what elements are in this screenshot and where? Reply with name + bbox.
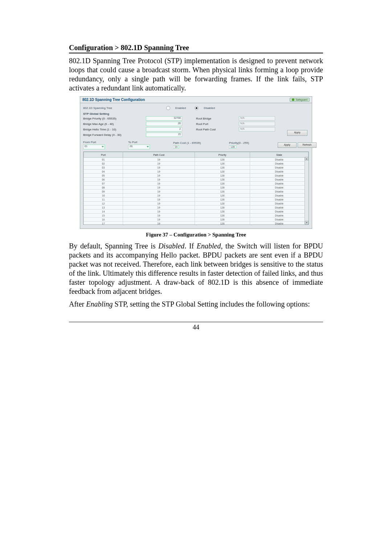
apply-port-button[interactable]: Apply <box>278 142 297 148</box>
stp-global-block: STP Global Setting Bridge Priority (0 - … <box>83 112 309 137</box>
table-cell: Disable <box>250 190 309 194</box>
table-cell: 02 <box>84 162 123 166</box>
table-cell: 17 <box>84 222 123 225</box>
text-fragment: After <box>69 300 86 308</box>
table-cell: 128 <box>195 162 250 166</box>
table-row: 1319128Disable <box>84 206 309 210</box>
table-cell: 08 <box>84 186 123 190</box>
port-table-container: PortPath CostPriorityState 0119128Disabl… <box>83 151 309 225</box>
table-row: 0919128Disable <box>84 190 309 194</box>
bridge-priority-label: Bridge Priority (0 - 65535) <box>83 117 136 120</box>
root-bridge-label: Root Bridge <box>196 117 229 120</box>
table-cell: 128 <box>195 194 250 198</box>
table-cell: Disable <box>250 170 309 174</box>
bridge-maxage-input[interactable]: 20 <box>146 122 182 126</box>
stp-toggle-row: 802.1D Spanning Tree Enabled Disabled <box>83 106 309 110</box>
table-cell: Disable <box>250 174 309 178</box>
table-cell: 04 <box>84 170 123 174</box>
table-cell: Disable <box>250 202 309 206</box>
table-cell: 19 <box>123 174 195 178</box>
stp-global-grid: Bridge Priority (0 - 65535) 32768 Root B… <box>83 116 309 137</box>
table-cell: 19 <box>123 186 195 190</box>
table-cell: Disable <box>250 206 309 210</box>
table-cell: 19 <box>123 222 195 225</box>
table-row: 0219128Disable <box>84 162 309 166</box>
to-port-select[interactable]: 28 <box>128 145 150 149</box>
table-cell: 19 <box>123 170 195 174</box>
table-cell: 128 <box>195 214 250 218</box>
table-cell: 19 <box>123 162 195 166</box>
bridge-fwd-input[interactable]: 15 <box>146 133 182 137</box>
table-cell: Disable <box>250 178 309 182</box>
em-enabling: Enabling <box>86 300 113 308</box>
root-path-label: Root Path Cost <box>196 128 229 131</box>
table-cell: 09 <box>84 190 123 194</box>
table-cell: 128 <box>195 218 250 222</box>
port-table-header-cell: State <box>250 152 309 158</box>
table-row: 1619128Disable <box>84 218 309 222</box>
path-cost-input[interactable]: 19 <box>173 145 179 149</box>
table-cell: 19 <box>123 214 195 218</box>
from-port-label: From Port <box>83 141 123 144</box>
table-cell: 19 <box>123 190 195 194</box>
port-table: PortPath CostPriorityState 0119128Disabl… <box>83 152 309 225</box>
radio-enabled-label: Enabled <box>175 106 186 110</box>
vertical-scrollbar[interactable]: ▲ ▼ <box>305 157 309 224</box>
page-number: 44 <box>193 324 199 331</box>
table-cell: 07 <box>84 182 123 186</box>
table-cell: 128 <box>195 158 250 162</box>
em-enabled: Enabled <box>197 242 221 250</box>
table-cell: 128 <box>195 206 250 210</box>
port-table-header-row: PortPath CostPriorityState <box>84 152 309 158</box>
root-port-label: Root Port <box>196 122 229 126</box>
panel-body: 802.1D Spanning Tree Enabled Disabled ST… <box>80 103 312 228</box>
table-cell: 128 <box>195 166 250 170</box>
table-cell: 05 <box>84 174 123 178</box>
table-row: 0619128Disable <box>84 178 309 182</box>
stp-label: 802.1D Spanning Tree <box>83 106 136 110</box>
table-cell: Disable <box>250 218 309 222</box>
port-table-header-cell: Port <box>84 152 123 158</box>
table-cell: 19 <box>123 182 195 186</box>
table-cell: 13 <box>84 206 123 210</box>
page-footer: 44 <box>69 322 323 331</box>
stp-config-panel: 802.1D Spanning Tree Configuration Safeg… <box>80 96 312 229</box>
figure-caption: Figure 37 – Configuration > Spanning Tre… <box>69 232 323 238</box>
safeguard-badge: Safeguard <box>290 98 310 102</box>
table-cell: Disable <box>250 158 309 162</box>
scroll-down-icon[interactable]: ▼ <box>305 221 309 224</box>
table-cell: 128 <box>195 210 250 214</box>
radio-disabled[interactable] <box>195 106 199 110</box>
table-row: 0719128Disable <box>84 182 309 186</box>
bridge-priority-input[interactable]: 32768 <box>146 116 182 121</box>
text-fragment: By default, Spanning Tree is <box>69 242 158 250</box>
table-cell: 06 <box>84 178 123 182</box>
refresh-button[interactable]: Refresh <box>298 142 317 148</box>
table-row: 0819128Disable <box>84 186 309 190</box>
table-row: 1219128Disable <box>84 202 309 206</box>
port-priority-input[interactable]: 128 <box>229 145 236 149</box>
scroll-up-icon[interactable]: ▲ <box>305 157 309 161</box>
body-paragraph-1: By default, Spanning Tree is Disabled. I… <box>69 242 323 296</box>
bridge-fwd-label: Bridge Forward Delay (4 - 30) <box>83 133 136 137</box>
bridge-hello-input[interactable]: 2 <box>146 127 182 131</box>
status-dot-icon <box>292 98 294 101</box>
table-cell: Disable <box>250 186 309 190</box>
apply-global-button[interactable]: Apply <box>287 130 307 136</box>
table-cell: 19 <box>123 218 195 222</box>
table-cell: Disable <box>250 214 309 218</box>
table-cell: Disable <box>250 222 309 225</box>
table-row: 0119128Disable <box>84 158 309 162</box>
port-controls-row: From Port 01 To Port 28 Path Cost (1 - 6… <box>83 141 309 149</box>
radio-enabled[interactable] <box>166 106 170 110</box>
port-table-header-cell: Path Cost <box>123 152 195 158</box>
text-fragment: . If <box>184 242 196 250</box>
body-paragraph-2: After Enabling STP, setting the STP Glob… <box>69 300 323 309</box>
table-row: 0419128Disable <box>84 170 309 174</box>
table-row: 1419128Disable <box>84 210 309 214</box>
table-cell: Disable <box>250 182 309 186</box>
table-cell: Disable <box>250 210 309 214</box>
from-port-select[interactable]: 01 <box>83 145 105 149</box>
document-page: Configuration > 802.1D Spanning Tree 802… <box>69 0 323 309</box>
text-fragment: , the Switch will listen for BPDU packet… <box>69 242 323 295</box>
